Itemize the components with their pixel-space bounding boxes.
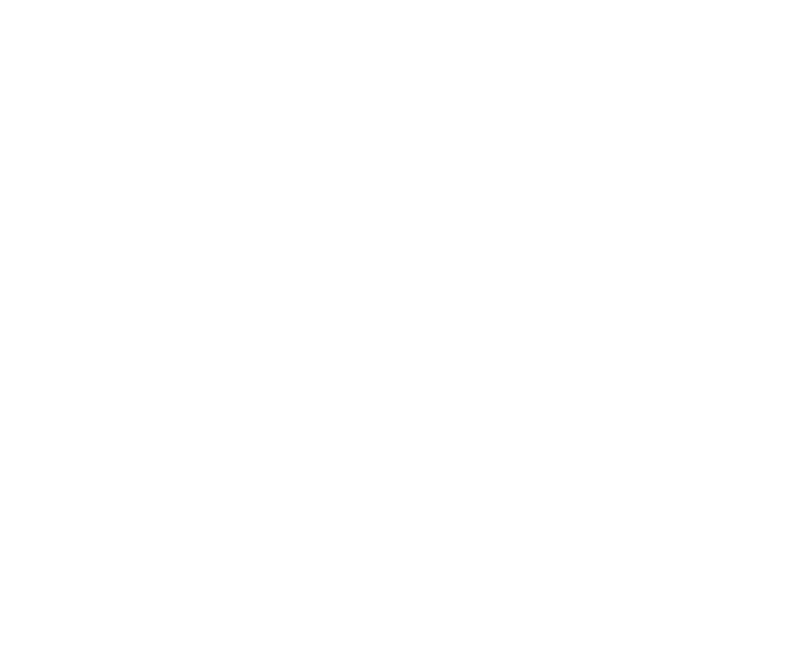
- connectors-svg: [0, 0, 812, 649]
- diagram: [0, 0, 812, 649]
